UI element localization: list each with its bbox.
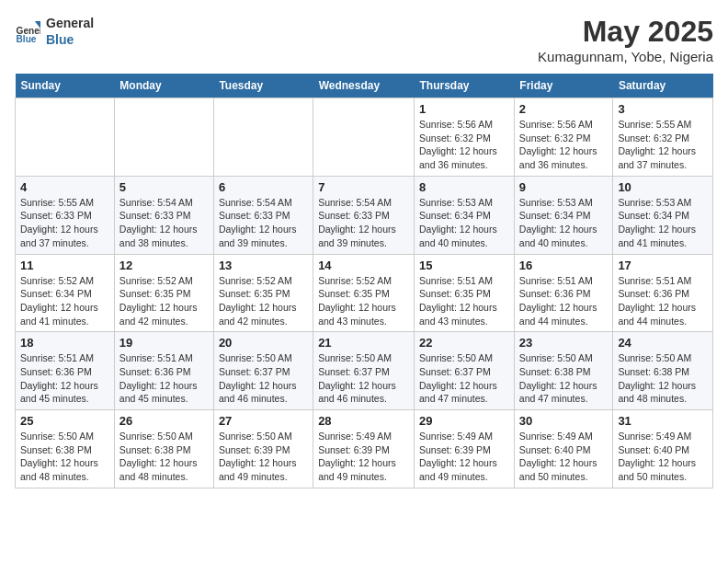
day-info: Sunrise: 5:50 AM Sunset: 6:38 PM Dayligh… bbox=[20, 430, 109, 484]
calendar-cell: 30Sunrise: 5:49 AM Sunset: 6:40 PM Dayli… bbox=[514, 410, 613, 488]
logo-icon: General Blue bbox=[15, 18, 40, 44]
day-info: Sunrise: 5:49 AM Sunset: 6:40 PM Dayligh… bbox=[519, 430, 609, 484]
day-number: 28 bbox=[318, 414, 409, 428]
day-info: Sunrise: 5:52 AM Sunset: 6:35 PM Dayligh… bbox=[318, 274, 409, 328]
calendar-cell: 8Sunrise: 5:53 AM Sunset: 6:34 PM Daylig… bbox=[415, 176, 515, 254]
day-number: 4 bbox=[20, 180, 109, 194]
calendar-cell: 1Sunrise: 5:56 AM Sunset: 6:32 PM Daylig… bbox=[415, 98, 515, 177]
day-info: Sunrise: 5:52 AM Sunset: 6:34 PM Dayligh… bbox=[20, 274, 109, 328]
header-day-thursday: Thursday bbox=[415, 74, 515, 98]
header-day-wednesday: Wednesday bbox=[313, 74, 415, 98]
title-block: May 2025 Kumagunnam, Yobe, Nigeria bbox=[538, 15, 713, 64]
week-row-5: 25Sunrise: 5:50 AM Sunset: 6:38 PM Dayli… bbox=[16, 410, 713, 488]
week-row-2: 4Sunrise: 5:55 AM Sunset: 6:33 PM Daylig… bbox=[16, 176, 713, 254]
header-row: SundayMondayTuesdayWednesdayThursdayFrid… bbox=[16, 74, 713, 98]
day-info: Sunrise: 5:54 AM Sunset: 6:33 PM Dayligh… bbox=[318, 196, 409, 250]
day-number: 18 bbox=[20, 336, 109, 350]
calendar-cell: 13Sunrise: 5:52 AM Sunset: 6:35 PM Dayli… bbox=[213, 254, 313, 332]
day-number: 11 bbox=[20, 259, 109, 272]
day-info: Sunrise: 5:50 AM Sunset: 6:39 PM Dayligh… bbox=[219, 430, 308, 484]
calendar-cell: 20Sunrise: 5:50 AM Sunset: 6:37 PM Dayli… bbox=[213, 332, 313, 410]
logo-general-text: General bbox=[46, 15, 94, 31]
calendar-cell: 24Sunrise: 5:50 AM Sunset: 6:38 PM Dayli… bbox=[613, 332, 713, 410]
calendar-table: SundayMondayTuesdayWednesdayThursdayFrid… bbox=[15, 74, 713, 488]
day-number: 8 bbox=[419, 180, 509, 194]
week-row-3: 11Sunrise: 5:52 AM Sunset: 6:34 PM Dayli… bbox=[16, 254, 713, 332]
day-number: 6 bbox=[219, 180, 308, 194]
day-info: Sunrise: 5:51 AM Sunset: 6:35 PM Dayligh… bbox=[419, 274, 509, 328]
calendar-cell: 26Sunrise: 5:50 AM Sunset: 6:38 PM Dayli… bbox=[114, 410, 213, 488]
day-number: 21 bbox=[318, 336, 409, 350]
day-info: Sunrise: 5:49 AM Sunset: 6:40 PM Dayligh… bbox=[618, 430, 708, 484]
calendar-cell: 22Sunrise: 5:50 AM Sunset: 6:37 PM Dayli… bbox=[415, 332, 515, 410]
calendar-cell: 29Sunrise: 5:49 AM Sunset: 6:39 PM Dayli… bbox=[415, 410, 515, 488]
day-info: Sunrise: 5:51 AM Sunset: 6:36 PM Dayligh… bbox=[618, 274, 708, 328]
page-subtitle: Kumagunnam, Yobe, Nigeria bbox=[538, 49, 713, 64]
calendar-cell: 23Sunrise: 5:50 AM Sunset: 6:38 PM Dayli… bbox=[514, 332, 613, 410]
day-number: 26 bbox=[119, 414, 209, 428]
day-info: Sunrise: 5:52 AM Sunset: 6:35 PM Dayligh… bbox=[219, 274, 308, 328]
day-number: 30 bbox=[519, 414, 609, 428]
day-number: 24 bbox=[618, 336, 708, 350]
day-info: Sunrise: 5:54 AM Sunset: 6:33 PM Dayligh… bbox=[119, 196, 209, 250]
logo-blue-text: Blue bbox=[46, 31, 94, 48]
day-number: 22 bbox=[419, 336, 509, 350]
day-number: 29 bbox=[419, 414, 509, 428]
day-info: Sunrise: 5:50 AM Sunset: 6:38 PM Dayligh… bbox=[119, 430, 209, 484]
day-number: 2 bbox=[519, 102, 609, 116]
calendar-cell: 2Sunrise: 5:56 AM Sunset: 6:32 PM Daylig… bbox=[514, 98, 613, 177]
calendar-header: SundayMondayTuesdayWednesdayThursdayFrid… bbox=[16, 74, 713, 98]
calendar-cell: 25Sunrise: 5:50 AM Sunset: 6:38 PM Dayli… bbox=[16, 410, 115, 488]
day-info: Sunrise: 5:49 AM Sunset: 6:39 PM Dayligh… bbox=[419, 430, 509, 484]
calendar-cell: 17Sunrise: 5:51 AM Sunset: 6:36 PM Dayli… bbox=[613, 254, 713, 332]
day-info: Sunrise: 5:52 AM Sunset: 6:35 PM Dayligh… bbox=[119, 274, 209, 328]
calendar-cell: 19Sunrise: 5:51 AM Sunset: 6:36 PM Dayli… bbox=[114, 332, 213, 410]
calendar-cell: 21Sunrise: 5:50 AM Sunset: 6:37 PM Dayli… bbox=[313, 332, 415, 410]
day-number: 9 bbox=[519, 180, 609, 194]
calendar-cell: 7Sunrise: 5:54 AM Sunset: 6:33 PM Daylig… bbox=[313, 176, 415, 254]
calendar-cell: 5Sunrise: 5:54 AM Sunset: 6:33 PM Daylig… bbox=[114, 176, 213, 254]
day-info: Sunrise: 5:51 AM Sunset: 6:36 PM Dayligh… bbox=[519, 274, 609, 328]
day-number: 19 bbox=[119, 336, 209, 350]
day-info: Sunrise: 5:51 AM Sunset: 6:36 PM Dayligh… bbox=[119, 351, 209, 406]
day-info: Sunrise: 5:51 AM Sunset: 6:36 PM Dayligh… bbox=[20, 351, 109, 406]
header-day-tuesday: Tuesday bbox=[213, 74, 313, 98]
day-info: Sunrise: 5:56 AM Sunset: 6:32 PM Dayligh… bbox=[419, 118, 509, 172]
day-number: 25 bbox=[20, 414, 109, 428]
header-day-monday: Monday bbox=[114, 74, 213, 98]
week-row-1: 1Sunrise: 5:56 AM Sunset: 6:32 PM Daylig… bbox=[16, 98, 713, 177]
day-info: Sunrise: 5:55 AM Sunset: 6:32 PM Dayligh… bbox=[618, 118, 708, 172]
calendar-cell: 14Sunrise: 5:52 AM Sunset: 6:35 PM Dayli… bbox=[313, 254, 415, 332]
header-day-sunday: Sunday bbox=[16, 74, 115, 98]
calendar-cell: 11Sunrise: 5:52 AM Sunset: 6:34 PM Dayli… bbox=[16, 254, 115, 332]
calendar-cell: 18Sunrise: 5:51 AM Sunset: 6:36 PM Dayli… bbox=[16, 332, 115, 410]
day-number: 13 bbox=[219, 259, 308, 272]
page-title: May 2025 bbox=[538, 15, 713, 49]
calendar-cell: 9Sunrise: 5:53 AM Sunset: 6:34 PM Daylig… bbox=[514, 176, 613, 254]
day-info: Sunrise: 5:53 AM Sunset: 6:34 PM Dayligh… bbox=[519, 196, 609, 250]
day-number: 15 bbox=[419, 259, 509, 272]
day-number: 10 bbox=[618, 180, 708, 194]
calendar-cell: 27Sunrise: 5:50 AM Sunset: 6:39 PM Dayli… bbox=[213, 410, 313, 488]
logo: General Blue General Blue bbox=[15, 15, 94, 48]
day-number: 3 bbox=[618, 102, 708, 116]
day-info: Sunrise: 5:50 AM Sunset: 6:38 PM Dayligh… bbox=[618, 351, 708, 406]
day-number: 31 bbox=[618, 414, 708, 428]
calendar-cell: 15Sunrise: 5:51 AM Sunset: 6:35 PM Dayli… bbox=[415, 254, 515, 332]
calendar-cell: 12Sunrise: 5:52 AM Sunset: 6:35 PM Dayli… bbox=[114, 254, 213, 332]
day-info: Sunrise: 5:50 AM Sunset: 6:38 PM Dayligh… bbox=[519, 351, 609, 406]
day-info: Sunrise: 5:53 AM Sunset: 6:34 PM Dayligh… bbox=[419, 196, 509, 250]
day-number: 27 bbox=[219, 414, 308, 428]
calendar-cell: 10Sunrise: 5:53 AM Sunset: 6:34 PM Dayli… bbox=[613, 176, 713, 254]
day-info: Sunrise: 5:55 AM Sunset: 6:33 PM Dayligh… bbox=[20, 196, 109, 250]
day-info: Sunrise: 5:50 AM Sunset: 6:37 PM Dayligh… bbox=[318, 351, 409, 406]
day-number: 20 bbox=[219, 336, 308, 350]
header-day-friday: Friday bbox=[514, 74, 613, 98]
calendar-body: 1Sunrise: 5:56 AM Sunset: 6:32 PM Daylig… bbox=[16, 98, 713, 488]
calendar-cell: 6Sunrise: 5:54 AM Sunset: 6:33 PM Daylig… bbox=[213, 176, 313, 254]
day-number: 17 bbox=[618, 259, 708, 272]
day-number: 16 bbox=[519, 259, 609, 272]
page-header: General Blue General Blue May 2025 Kumag… bbox=[15, 15, 713, 64]
day-info: Sunrise: 5:50 AM Sunset: 6:37 PM Dayligh… bbox=[419, 351, 509, 406]
calendar-cell bbox=[114, 98, 213, 177]
